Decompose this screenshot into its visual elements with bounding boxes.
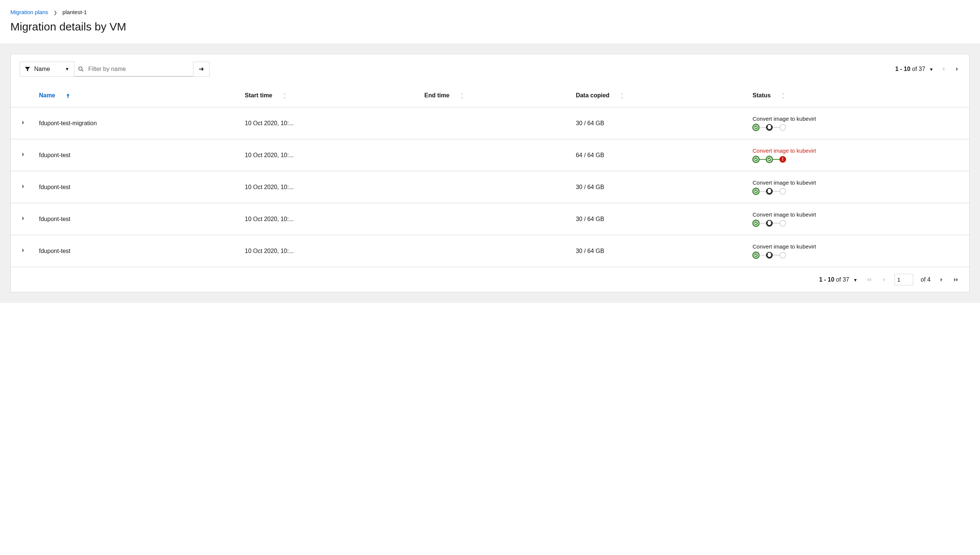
status-label: Convert image to kubevirt [753,243,963,250]
table-row: fdupont-test10 Oct 2020, 10:...30 / 64 G… [11,171,969,203]
column-header-end-time[interactable]: End time [418,84,570,107]
step-pending-icon [780,220,786,226]
expand-row-button[interactable] [21,184,25,189]
step-running-icon [766,188,773,195]
cell-end-time [418,203,570,235]
sort-icon [283,93,286,99]
step-running-icon [766,252,773,258]
breadcrumb-current: plantest-1 [63,9,87,15]
step-success-icon [753,220,759,226]
step-connector [759,223,766,224]
cell-data-copied: 30 / 64 GB [570,171,747,203]
step-connector [759,191,766,192]
step-connector [773,191,780,192]
pagination-next-button[interactable] [954,65,960,73]
cell-status: Convert image to kubevirt [747,203,969,235]
svg-point-0 [79,67,82,70]
step-pending-icon [780,124,786,131]
pagination-prev-button[interactable] [940,65,947,73]
sort-icon [620,93,624,99]
step-running-icon [766,220,773,226]
pagination-total: 37 [919,66,925,72]
page-number-input[interactable] [895,274,913,285]
cell-start-time: 10 Oct 2020, 10:... [239,107,418,139]
expand-row-button[interactable] [21,152,25,157]
expand-row-button[interactable] [21,248,25,253]
step-success-icon [753,188,759,195]
pagination-last-button[interactable] [952,276,960,284]
svg-line-1 [82,70,83,71]
sort-asc-icon [66,93,70,98]
step-connector [773,127,780,128]
cell-name: fdupont-test [33,203,239,235]
status-label: Convert image to kubevirt [753,148,963,154]
step-connector [759,127,766,128]
pagination-range-footer: 1 - 10 [819,276,834,283]
migrations-table: Name Start time End time [11,84,969,267]
table-row: fdupont-test10 Oct 2020, 10:...64 / 64 G… [11,139,969,171]
step-error-icon: ! [780,156,786,163]
step-pending-icon [780,188,786,195]
pagination-of-label: of [912,66,917,72]
expand-row-button[interactable] [21,120,25,125]
cell-name: fdupont-test [33,139,239,171]
cell-start-time: 10 Oct 2020, 10:... [239,203,418,235]
breadcrumb: Migration plans ❯ plantest-1 [10,9,970,15]
step-connector [759,159,766,160]
cell-name: fdupont-test [33,171,239,203]
pagination-next-button-footer[interactable] [938,276,945,284]
column-header-name[interactable]: Name [33,84,239,107]
expand-row-button[interactable] [21,216,25,221]
filter-submit-button[interactable] [193,62,210,77]
step-connector [773,255,780,256]
search-icon [78,66,84,72]
filter-icon [24,66,30,72]
cell-data-copied: 64 / 64 GB [570,139,747,171]
cell-data-copied: 30 / 64 GB [570,203,747,235]
table-row: fdupont-test10 Oct 2020, 10:...30 / 64 G… [11,235,969,267]
cell-status: Convert image to kubevirt [747,171,969,203]
step-success-icon [766,156,773,163]
cell-start-time: 10 Oct 2020, 10:... [239,171,418,203]
filter-input[interactable] [88,66,189,73]
cell-start-time: 10 Oct 2020, 10:... [239,235,418,267]
filter-attribute-select[interactable]: Name ▼ [20,62,74,77]
status-label: Convert image to kubevirt [753,115,963,122]
step-success-icon [753,252,759,258]
step-success-icon [753,156,759,163]
step-success-icon [753,124,759,131]
cell-name: fdupont-test-migration [33,107,239,139]
pagination-prev-button-footer[interactable] [881,276,887,284]
pagination-first-button[interactable] [865,276,873,284]
step-connector [773,159,780,160]
sort-icon [781,93,785,99]
status-label: Convert image to kubevirt [753,212,963,218]
cell-status: Convert image to kubevirt [747,107,969,139]
cell-end-time [418,139,570,171]
cell-status: Convert image to kubevirt [747,235,969,267]
step-pending-icon [780,252,786,258]
cell-name: fdupont-test [33,235,239,267]
step-connector [773,223,780,224]
breadcrumb-parent-link[interactable]: Migration plans [10,9,48,15]
column-header-data-copied[interactable]: Data copied [570,84,747,107]
filter-attribute-label: Name [34,66,50,72]
table-row: fdupont-test-migration10 Oct 2020, 10:..… [11,107,969,139]
cell-end-time [418,171,570,203]
page-title: Migration details by VM [10,21,970,33]
cell-data-copied: 30 / 64 GB [570,235,747,267]
page-total: 4 [927,276,930,283]
caret-down-icon[interactable]: ▼ [853,278,857,283]
table-row: fdupont-test10 Oct 2020, 10:...30 / 64 G… [11,203,969,235]
caret-down-icon[interactable]: ▼ [929,67,933,72]
step-connector [759,255,766,256]
pagination-footer: 1 - 10 of 37 ▼ of 4 [11,267,969,292]
cell-data-copied: 30 / 64 GB [570,107,747,139]
caret-down-icon: ▼ [65,66,69,72]
cell-start-time: 10 Oct 2020, 10:... [239,139,418,171]
column-header-start-time[interactable]: Start time [239,84,418,107]
chevron-right-icon: ❯ [53,10,57,15]
column-header-status[interactable]: Status [747,84,969,107]
pagination-range: 1 - 10 [895,66,911,72]
sort-icon [460,93,464,99]
